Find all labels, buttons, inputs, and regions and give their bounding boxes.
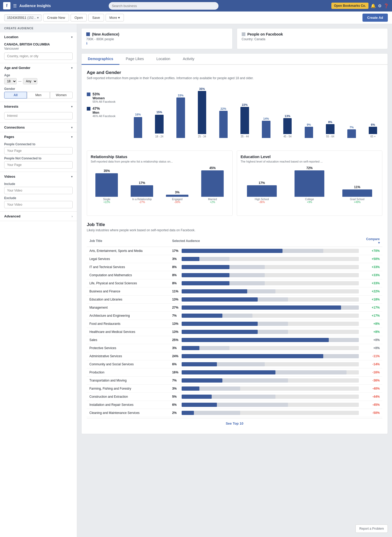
pages-not-connected-input[interactable] <box>4 161 73 169</box>
job-delta: +0% <box>361 344 382 352</box>
job-name: Construction and Extraction <box>87 393 170 401</box>
age-to-select[interactable]: Any <box>23 78 37 84</box>
gender-all-button[interactable]: All <box>4 92 27 99</box>
job-name: Installation and Repair Services <box>87 401 170 409</box>
job-title-section: Job Title Likely industries where people… <box>87 222 382 429</box>
app-title: Audience Insights <box>19 4 51 8</box>
gender-men-button[interactable]: Men <box>27 92 50 99</box>
more-dropdown[interactable]: More ▾ <box>106 14 124 21</box>
report-problem-button[interactable]: Report a Problem <box>355 524 388 533</box>
sidebar-section-videos: Videos ▾ Include Exclude <box>0 172 77 212</box>
gender-women-button[interactable]: Women <box>50 92 73 99</box>
location-chevron-icon: ▾ <box>71 35 73 39</box>
gear-icon[interactable]: ⚙ <box>378 3 382 8</box>
new-audience-title: (New Audience) <box>92 32 119 36</box>
job-delta: -16% <box>361 368 382 377</box>
new-audience-card: (New Audience) 700K - 800K people ℹ <box>81 28 233 49</box>
men-label: Men <box>93 111 116 114</box>
see-top-button[interactable]: See Top 10 <box>87 418 382 429</box>
tab-location[interactable]: Location <box>150 54 177 64</box>
sidebar-advanced-title: Advanced <box>4 214 20 218</box>
location-country: CANADA, BRITISH COLUMBIA <box>4 43 73 46</box>
job-name: Architecture and Engineering <box>87 312 170 320</box>
fb-audience-country: Country: Canada <box>242 37 383 41</box>
job-name: Administrative Services <box>87 352 170 360</box>
sidebar-section-age-gender-header[interactable]: Age and Gender ▾ <box>0 63 77 72</box>
sidebar-section-interests-header[interactable]: Interests ▾ <box>0 102 77 111</box>
table-row: Farming, Fishing and Forestry 3% -40% <box>87 385 382 393</box>
gender-label: Gender <box>4 87 73 91</box>
videos-exclude-input[interactable] <box>4 201 73 208</box>
job-bar-cell: 3% <box>170 385 361 393</box>
audience-selector[interactable]: 15243435911 (152... ▾ <box>4 14 42 21</box>
job-bar-cell: 13% <box>170 296 361 304</box>
sidebar-videos-title: Videos <box>4 175 15 178</box>
job-bar-cell: 6% <box>170 401 361 409</box>
job-name: Production <box>87 368 170 377</box>
bell-icon[interactable]: 🔔 <box>371 3 376 8</box>
tab-activity[interactable]: Activity <box>176 54 200 64</box>
pages-connected-label: People Connected to <box>4 142 73 146</box>
videos-include-input[interactable] <box>4 187 73 194</box>
job-name: Arts, Entertainment, Sports and Media <box>87 247 170 255</box>
pages-connected-input[interactable] <box>4 147 73 154</box>
tab-page-likes[interactable]: Page Likes <box>119 54 150 64</box>
question-icon[interactable]: ❓ <box>384 3 389 8</box>
job-name: Legal Services <box>87 255 170 263</box>
table-row: IT and Technical Services 8% +33% <box>87 263 382 271</box>
job-delta: +50% <box>361 255 382 263</box>
job-bar-cell: 6% <box>170 360 361 368</box>
create-new-button[interactable]: Create New <box>43 14 69 21</box>
job-bar-cell: 16% <box>170 368 361 377</box>
new-audience-size: 700K - 800K people <box>86 37 228 41</box>
age-gender-title: Age and Gender <box>87 70 382 75</box>
sidebar-section-connections-header[interactable]: Connections ▾ <box>0 123 77 132</box>
sidebar-pages-title: Pages <box>4 135 14 139</box>
save-button[interactable]: Save <box>88 14 104 21</box>
search-input[interactable] <box>109 2 218 10</box>
sidebar-section-advanced-header[interactable]: Advanced › <box>0 212 77 221</box>
relationship-desc: Self-reported data from people who list … <box>91 160 229 163</box>
men-pct: 47% <box>93 106 116 111</box>
compare-column-header[interactable]: Compare ▾ <box>361 235 382 247</box>
sidebar-section-advanced: Advanced › <box>0 212 77 221</box>
table-row: Arts, Entertainment, Sports and Media 17… <box>87 247 382 255</box>
education-title: Education Level <box>241 154 379 159</box>
col-selected-audience: Selected Audience <box>170 235 361 247</box>
age-from-select[interactable]: 18 <box>4 78 17 84</box>
location-input[interactable] <box>4 53 73 60</box>
job-name: Food and Restaurants <box>87 320 170 328</box>
table-row: Healthcare and Medical Services 13% +8% <box>87 328 382 336</box>
top-nav: f ☰ Audience Insights Open Bookmarks Co.… <box>0 0 392 11</box>
pages-not-connected-label: People Not Connected to <box>4 157 73 160</box>
table-row: Cleaning and Maintenance Services 2% -50… <box>87 409 382 417</box>
job-title-heading: Job Title <box>87 222 382 227</box>
job-name: Business and Finance <box>87 287 170 296</box>
videos-exclude-label: Exclude <box>4 196 73 200</box>
job-name: Protective Services <box>87 344 170 352</box>
hamburger-icon[interactable]: ☰ <box>13 3 17 8</box>
videos-chevron-icon: ▾ <box>71 175 73 178</box>
table-row: Production 16% -16% <box>87 368 382 377</box>
tabs-row: Demographics Page Likes Location Activit… <box>81 53 388 65</box>
account-badge[interactable]: Open Bookmarks Co. <box>331 3 368 9</box>
tab-demographics[interactable]: Demographics <box>82 54 119 65</box>
location-city: Vancouver <box>4 47 73 50</box>
job-delta: -44% <box>361 393 382 401</box>
sidebar-connections-title: Connections <box>4 125 25 129</box>
job-bar-cell: 5% <box>170 393 361 401</box>
info-icon[interactable]: ℹ <box>86 42 228 45</box>
interests-input[interactable] <box>4 112 73 119</box>
sidebar-location-title: Location <box>4 35 18 39</box>
sidebar-section-location-header[interactable]: Location ▾ <box>0 32 77 42</box>
sidebar-section-pages: Pages ▾ People Connected to People Not C… <box>0 132 77 172</box>
sidebar-section-pages-header[interactable]: Pages ▾ <box>0 132 77 141</box>
open-button[interactable]: Open <box>71 14 87 21</box>
job-delta: -40% <box>361 385 382 393</box>
create-ad-button[interactable]: Create Ad <box>362 14 388 22</box>
fb-audience-title: People on Facebook <box>247 32 283 36</box>
videos-include-label: Include <box>4 182 73 186</box>
job-bar-cell: 3% <box>170 255 361 263</box>
sidebar-section-videos-header[interactable]: Videos ▾ <box>0 172 77 181</box>
age-gender-chevron-icon: ▾ <box>71 66 73 70</box>
